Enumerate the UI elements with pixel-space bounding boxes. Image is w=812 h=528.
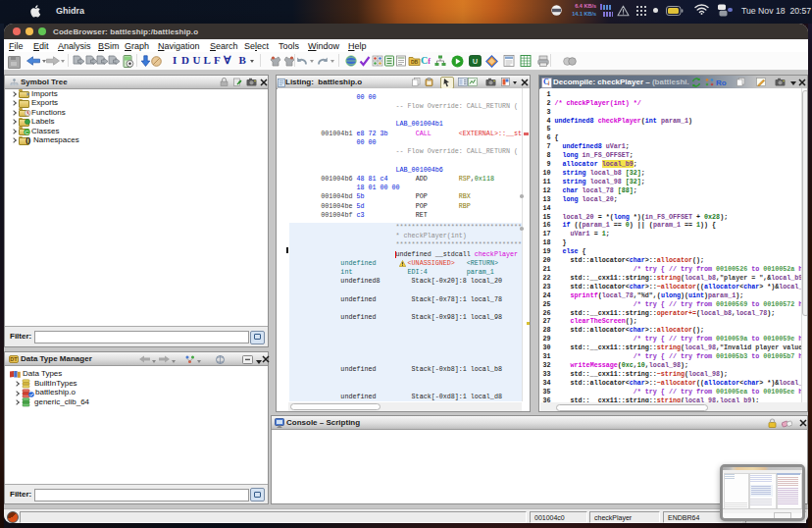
- svg-text:DB: DB: [411, 59, 419, 65]
- svg-text:DT: DT: [10, 356, 18, 362]
- svg-text:U: U: [472, 57, 477, 66]
- svg-text:C: C: [25, 129, 29, 134]
